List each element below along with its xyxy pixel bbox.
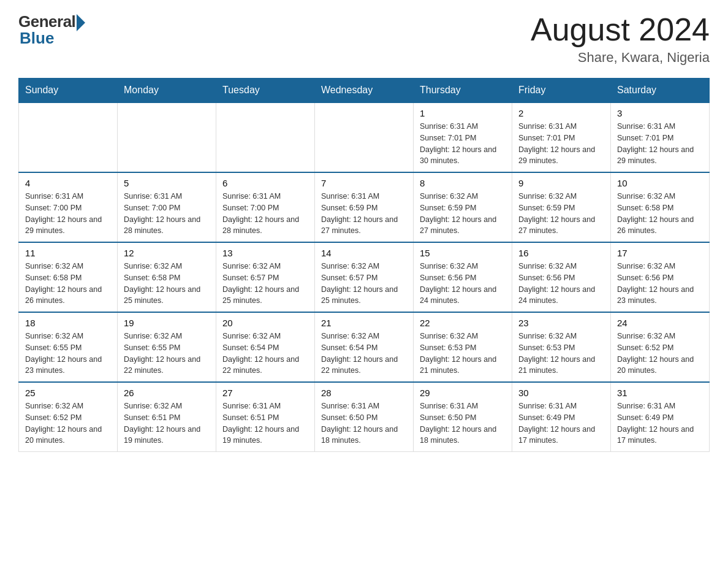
day-info: Sunrise: 6:31 AM Sunset: 7:01 PM Dayligh…	[518, 121, 604, 167]
calendar-header-row: SundayMondayTuesdayWednesdayThursdayFrid…	[19, 79, 710, 103]
day-info: Sunrise: 6:32 AM Sunset: 6:57 PM Dayligh…	[222, 261, 308, 307]
day-number: 16	[518, 248, 604, 258]
day-info: Sunrise: 6:31 AM Sunset: 6:50 PM Dayligh…	[420, 400, 506, 446]
table-row: 28Sunrise: 6:31 AM Sunset: 6:50 PM Dayli…	[315, 382, 414, 452]
day-info: Sunrise: 6:32 AM Sunset: 6:59 PM Dayligh…	[420, 191, 506, 237]
day-number: 24	[617, 318, 703, 328]
day-info: Sunrise: 6:32 AM Sunset: 6:57 PM Dayligh…	[321, 261, 407, 307]
day-number: 3	[617, 108, 703, 118]
table-row: 18Sunrise: 6:32 AM Sunset: 6:55 PM Dayli…	[19, 312, 118, 382]
calendar-header-thursday: Thursday	[414, 79, 512, 103]
table-row: 2Sunrise: 6:31 AM Sunset: 7:01 PM Daylig…	[512, 102, 611, 172]
calendar-header-tuesday: Tuesday	[216, 79, 315, 103]
table-row: 23Sunrise: 6:32 AM Sunset: 6:53 PM Dayli…	[512, 312, 611, 382]
calendar-table: SundayMondayTuesdayWednesdayThursdayFrid…	[18, 78, 710, 452]
table-row: 19Sunrise: 6:32 AM Sunset: 6:55 PM Dayli…	[118, 312, 216, 382]
table-row: 15Sunrise: 6:32 AM Sunset: 6:56 PM Dayli…	[414, 242, 512, 312]
day-number: 9	[518, 178, 604, 188]
day-info: Sunrise: 6:31 AM Sunset: 6:49 PM Dayligh…	[617, 400, 703, 446]
day-number: 22	[420, 318, 506, 328]
table-row: 7Sunrise: 6:31 AM Sunset: 6:59 PM Daylig…	[315, 172, 414, 242]
day-number: 2	[518, 108, 604, 118]
day-number: 21	[321, 318, 407, 328]
day-info: Sunrise: 6:31 AM Sunset: 6:59 PM Dayligh…	[321, 191, 407, 237]
table-row: 6Sunrise: 6:31 AM Sunset: 7:00 PM Daylig…	[216, 172, 315, 242]
table-row: 24Sunrise: 6:32 AM Sunset: 6:52 PM Dayli…	[611, 312, 710, 382]
table-row: 8Sunrise: 6:32 AM Sunset: 6:59 PM Daylig…	[414, 172, 512, 242]
day-info: Sunrise: 6:32 AM Sunset: 6:53 PM Dayligh…	[518, 331, 604, 377]
calendar-header-saturday: Saturday	[611, 79, 710, 103]
table-row	[216, 102, 315, 172]
day-info: Sunrise: 6:32 AM Sunset: 6:54 PM Dayligh…	[321, 331, 407, 377]
calendar-header-monday: Monday	[118, 79, 216, 103]
table-row	[315, 102, 414, 172]
table-row: 27Sunrise: 6:31 AM Sunset: 6:51 PM Dayli…	[216, 382, 315, 452]
table-row: 12Sunrise: 6:32 AM Sunset: 6:58 PM Dayli…	[118, 242, 216, 312]
day-info: Sunrise: 6:32 AM Sunset: 6:55 PM Dayligh…	[25, 331, 111, 377]
day-number: 30	[518, 388, 604, 398]
day-info: Sunrise: 6:31 AM Sunset: 7:00 PM Dayligh…	[222, 191, 308, 237]
title-block: August 2024 Share, Kwara, Nigeria	[531, 12, 710, 66]
table-row: 10Sunrise: 6:32 AM Sunset: 6:58 PM Dayli…	[611, 172, 710, 242]
calendar-week-row: 18Sunrise: 6:32 AM Sunset: 6:55 PM Dayli…	[19, 312, 710, 382]
day-info: Sunrise: 6:32 AM Sunset: 6:56 PM Dayligh…	[617, 261, 703, 307]
day-info: Sunrise: 6:32 AM Sunset: 6:59 PM Dayligh…	[518, 191, 604, 237]
table-row: 11Sunrise: 6:32 AM Sunset: 6:58 PM Dayli…	[19, 242, 118, 312]
day-number: 31	[617, 388, 703, 398]
table-row: 16Sunrise: 6:32 AM Sunset: 6:56 PM Dayli…	[512, 242, 611, 312]
day-number: 19	[124, 318, 210, 328]
table-row: 17Sunrise: 6:32 AM Sunset: 6:56 PM Dayli…	[611, 242, 710, 312]
calendar-week-row: 4Sunrise: 6:31 AM Sunset: 7:00 PM Daylig…	[19, 172, 710, 242]
day-number: 23	[518, 318, 604, 328]
day-number: 5	[124, 178, 210, 188]
day-info: Sunrise: 6:31 AM Sunset: 7:01 PM Dayligh…	[420, 121, 506, 167]
day-info: Sunrise: 6:31 AM Sunset: 6:51 PM Dayligh…	[222, 400, 308, 446]
day-number: 29	[420, 388, 506, 398]
table-row: 3Sunrise: 6:31 AM Sunset: 7:01 PM Daylig…	[611, 102, 710, 172]
day-info: Sunrise: 6:32 AM Sunset: 6:52 PM Dayligh…	[617, 331, 703, 377]
table-row: 25Sunrise: 6:32 AM Sunset: 6:52 PM Dayli…	[19, 382, 118, 452]
day-info: Sunrise: 6:31 AM Sunset: 7:01 PM Dayligh…	[617, 121, 703, 167]
day-number: 1	[420, 108, 506, 118]
day-info: Sunrise: 6:32 AM Sunset: 6:51 PM Dayligh…	[124, 400, 210, 446]
day-number: 26	[124, 388, 210, 398]
calendar-header-wednesday: Wednesday	[315, 79, 414, 103]
day-number: 4	[25, 178, 111, 188]
day-number: 17	[617, 248, 703, 258]
table-row: 20Sunrise: 6:32 AM Sunset: 6:54 PM Dayli…	[216, 312, 315, 382]
logo: General Blue	[18, 12, 85, 48]
day-number: 15	[420, 248, 506, 258]
table-row: 14Sunrise: 6:32 AM Sunset: 6:57 PM Dayli…	[315, 242, 414, 312]
table-row: 29Sunrise: 6:31 AM Sunset: 6:50 PM Dayli…	[414, 382, 512, 452]
day-info: Sunrise: 6:32 AM Sunset: 6:56 PM Dayligh…	[518, 261, 604, 307]
calendar-week-row: 25Sunrise: 6:32 AM Sunset: 6:52 PM Dayli…	[19, 382, 710, 452]
day-number: 27	[222, 388, 308, 398]
table-row: 31Sunrise: 6:31 AM Sunset: 6:49 PM Dayli…	[611, 382, 710, 452]
day-number: 25	[25, 388, 111, 398]
table-row: 5Sunrise: 6:31 AM Sunset: 7:00 PM Daylig…	[118, 172, 216, 242]
calendar-header-friday: Friday	[512, 79, 611, 103]
day-number: 8	[420, 178, 506, 188]
day-number: 10	[617, 178, 703, 188]
day-info: Sunrise: 6:31 AM Sunset: 7:00 PM Dayligh…	[25, 191, 111, 237]
month-year-title: August 2024	[531, 12, 710, 47]
table-row: 4Sunrise: 6:31 AM Sunset: 7:00 PM Daylig…	[19, 172, 118, 242]
day-number: 18	[25, 318, 111, 328]
table-row: 13Sunrise: 6:32 AM Sunset: 6:57 PM Dayli…	[216, 242, 315, 312]
day-number: 20	[222, 318, 308, 328]
day-info: Sunrise: 6:32 AM Sunset: 6:58 PM Dayligh…	[124, 261, 210, 307]
day-info: Sunrise: 6:32 AM Sunset: 6:52 PM Dayligh…	[25, 400, 111, 446]
day-info: Sunrise: 6:31 AM Sunset: 6:50 PM Dayligh…	[321, 400, 407, 446]
table-row: 1Sunrise: 6:31 AM Sunset: 7:01 PM Daylig…	[414, 102, 512, 172]
day-info: Sunrise: 6:32 AM Sunset: 6:53 PM Dayligh…	[420, 331, 506, 377]
day-number: 13	[222, 248, 308, 258]
table-row: 30Sunrise: 6:31 AM Sunset: 6:49 PM Dayli…	[512, 382, 611, 452]
day-number: 6	[222, 178, 308, 188]
day-info: Sunrise: 6:31 AM Sunset: 6:49 PM Dayligh…	[518, 400, 604, 446]
table-row: 21Sunrise: 6:32 AM Sunset: 6:54 PM Dayli…	[315, 312, 414, 382]
day-number: 28	[321, 388, 407, 398]
page-header: General Blue August 2024 Share, Kwara, N…	[18, 12, 710, 66]
table-row: 26Sunrise: 6:32 AM Sunset: 6:51 PM Dayli…	[118, 382, 216, 452]
table-row	[118, 102, 216, 172]
table-row: 22Sunrise: 6:32 AM Sunset: 6:53 PM Dayli…	[414, 312, 512, 382]
